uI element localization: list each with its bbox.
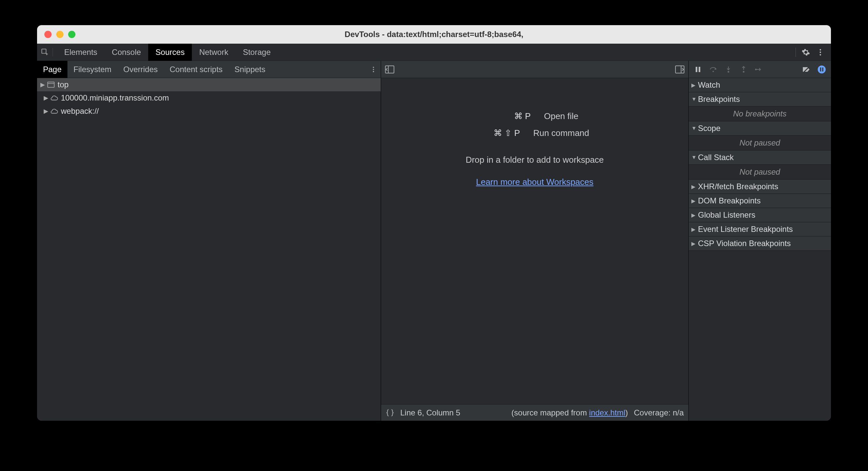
- step-over-button[interactable]: [706, 62, 720, 77]
- source-mapped-info: (source mapped from index.html): [512, 408, 628, 417]
- section-scope: ▼ Scope Not paused: [689, 121, 831, 151]
- pause-button[interactable]: [691, 62, 705, 77]
- maximize-window-button[interactable]: [68, 31, 75, 38]
- svg-point-18: [755, 68, 757, 70]
- section-xhr: ▶ XHR/fetch Breakpoints: [689, 180, 831, 194]
- subtab-page[interactable]: Page: [37, 61, 67, 78]
- inspect-element-button[interactable]: [37, 48, 53, 57]
- section-dom-header[interactable]: ▶ DOM Breakpoints: [689, 194, 831, 208]
- step-button[interactable]: [751, 62, 766, 77]
- section-watch: ▶ Watch: [689, 78, 831, 92]
- section-csp-header[interactable]: ▶ CSP Violation Breakpoints: [689, 237, 831, 250]
- editor-status-bar: Line 6, Column 5 (source mapped from ind…: [381, 404, 688, 421]
- inspect-icon: [41, 48, 49, 57]
- more-vertical-icon: [370, 66, 377, 73]
- frame-icon: [46, 82, 56, 88]
- svg-point-1: [820, 49, 821, 50]
- step-into-icon: [725, 66, 732, 73]
- section-event-label: Event Listener Breakpoints: [698, 225, 793, 234]
- section-global-header[interactable]: ▶ Global Listeners: [689, 208, 831, 222]
- show-navigator-button[interactable]: [385, 65, 394, 73]
- chevron-right-icon: ▶: [691, 241, 698, 247]
- shortcut-run-keys: ⌘ ⇧ P: [480, 128, 520, 138]
- svg-point-5: [373, 69, 374, 70]
- step-into-button[interactable]: [721, 62, 736, 77]
- breakpoint-off-icon: [802, 66, 811, 73]
- svg-point-17: [743, 71, 745, 72]
- shortcut-open-keys: ⌘ P: [491, 111, 531, 121]
- source-map-link[interactable]: index.html: [589, 408, 625, 417]
- tree-webpack[interactable]: ▶ webpack://: [37, 104, 381, 118]
- section-breakpoints-header[interactable]: ▼ Breakpoints: [689, 92, 831, 106]
- svg-rect-9: [385, 66, 394, 73]
- chevron-down-icon: ▼: [691, 154, 698, 160]
- close-window-button[interactable]: [44, 31, 52, 38]
- section-event-header[interactable]: ▶ Event Listener Breakpoints: [689, 222, 831, 236]
- gear-icon: [802, 48, 810, 57]
- section-xhr-label: XHR/fetch Breakpoints: [698, 182, 778, 191]
- pause-on-exceptions-button[interactable]: [814, 62, 829, 77]
- navigator-more-button[interactable]: [366, 66, 381, 73]
- more-vertical-icon: [816, 48, 825, 57]
- panel-left-icon: [385, 65, 394, 73]
- titlebar: DevTools - data:text/html;charset=utf-8;…: [37, 25, 831, 44]
- chevron-right-icon: ▶: [44, 107, 50, 115]
- coverage-status: Coverage: n/a: [634, 408, 684, 417]
- step-over-icon: [709, 66, 717, 73]
- tree-domain[interactable]: ▶ 100000.miniapp.transsion.com: [37, 91, 381, 104]
- svg-rect-7: [48, 82, 54, 87]
- section-watch-header[interactable]: ▶ Watch: [689, 78, 831, 92]
- svg-point-4: [373, 66, 374, 68]
- traffic-lights: [44, 31, 75, 38]
- subtab-content-scripts[interactable]: Content scripts: [164, 61, 228, 78]
- section-breakpoints-body: No breakpoints: [689, 106, 831, 121]
- section-global: ▶ Global Listeners: [689, 208, 831, 222]
- editor-tabs-bar: [381, 61, 688, 78]
- debugger-panel: ▶ Watch ▼ Breakpoints No breakpoints ▼ S…: [689, 61, 831, 421]
- window-title: DevTools - data:text/html;charset=utf-8;…: [37, 30, 831, 39]
- section-callstack-header[interactable]: ▼ Call Stack: [689, 151, 831, 164]
- tab-network[interactable]: Network: [192, 44, 236, 61]
- panel-right-icon: [675, 65, 684, 73]
- shortcut-open-label: Open file: [544, 111, 578, 121]
- section-scope-body: Not paused: [689, 135, 831, 150]
- tab-console[interactable]: Console: [104, 44, 148, 61]
- braces-icon: [386, 409, 394, 416]
- section-scope-label: Scope: [698, 124, 720, 133]
- svg-rect-21: [820, 67, 822, 71]
- chevron-right-icon: ▶: [40, 81, 46, 88]
- editor-placeholder: ⌘ P Open file ⌘ ⇧ P Run command Drop in …: [381, 78, 688, 404]
- step-out-icon: [740, 66, 747, 73]
- section-csp-label: CSP Violation Breakpoints: [698, 239, 791, 248]
- show-debugger-button[interactable]: [675, 65, 684, 73]
- more-button[interactable]: [813, 45, 828, 60]
- tab-storage[interactable]: Storage: [236, 44, 278, 61]
- debugger-toolbar: [689, 61, 831, 78]
- subtab-snippets[interactable]: Snippets: [228, 61, 271, 78]
- svg-point-20: [818, 65, 826, 73]
- workspaces-learn-link[interactable]: Learn more about Workspaces: [476, 177, 593, 187]
- svg-rect-22: [823, 67, 824, 71]
- chevron-right-icon: ▶: [691, 226, 698, 232]
- minimize-window-button[interactable]: [56, 31, 63, 38]
- navigator-tabs: Page Filesystem Overrides Content script…: [37, 61, 381, 78]
- section-scope-header[interactable]: ▼ Scope: [689, 121, 831, 135]
- chevron-right-icon: ▶: [691, 212, 698, 218]
- pretty-print-button[interactable]: [386, 409, 394, 416]
- svg-rect-13: [696, 67, 697, 72]
- tab-elements[interactable]: Elements: [57, 44, 104, 61]
- tree-top[interactable]: ▶ top: [37, 78, 381, 91]
- cloud-icon: [50, 108, 59, 114]
- chevron-down-icon: ▼: [691, 125, 698, 131]
- tree-top-label: top: [58, 80, 68, 89]
- section-callstack: ▼ Call Stack Not paused: [689, 151, 831, 180]
- subtab-filesystem[interactable]: Filesystem: [67, 61, 118, 78]
- section-xhr-header[interactable]: ▶ XHR/fetch Breakpoints: [689, 180, 831, 193]
- svg-point-15: [713, 71, 714, 72]
- tab-sources[interactable]: Sources: [148, 44, 192, 61]
- pause-circle-icon: [817, 65, 826, 74]
- settings-button[interactable]: [799, 45, 813, 60]
- step-out-button[interactable]: [736, 62, 751, 77]
- deactivate-breakpoints-button[interactable]: [799, 62, 814, 77]
- subtab-overrides[interactable]: Overrides: [118, 61, 164, 78]
